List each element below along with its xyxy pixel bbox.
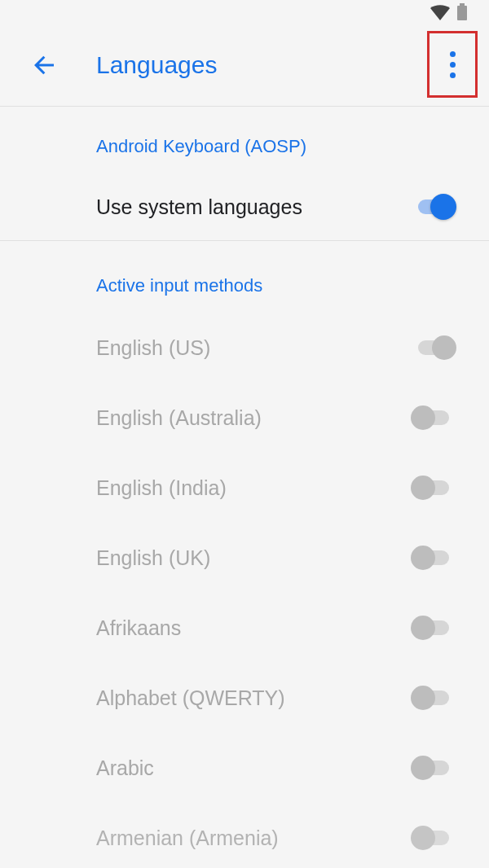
- overflow-highlight: [427, 31, 478, 98]
- language-label: English (UK): [96, 546, 210, 570]
- svg-rect-1: [457, 6, 467, 20]
- language-toggle: [411, 614, 456, 642]
- language-row: English (India): [0, 453, 489, 523]
- overflow-menu-button[interactable]: [450, 51, 456, 78]
- language-label: English (Australia): [96, 406, 262, 430]
- language-label: Arabic: [96, 756, 154, 780]
- use-system-languages-row[interactable]: Use system languages: [0, 173, 489, 240]
- language-row: Alphabet (QWERTY): [0, 663, 489, 733]
- language-row: English (UK): [0, 523, 489, 593]
- language-label: Armenian (Armenia): [96, 826, 279, 850]
- status-bar: [0, 0, 489, 24]
- language-label: Afrikaans: [96, 616, 181, 640]
- use-system-languages-toggle[interactable]: [411, 193, 456, 221]
- language-toggle: [411, 754, 456, 782]
- language-label: English (India): [96, 476, 227, 500]
- language-toggle: [411, 404, 456, 432]
- use-system-languages-label: Use system languages: [96, 195, 302, 219]
- language-toggle: [411, 544, 456, 572]
- language-toggle: [411, 684, 456, 712]
- language-toggle: [411, 824, 456, 852]
- back-button[interactable]: [26, 47, 62, 83]
- page-title: Languages: [96, 51, 217, 79]
- language-label: English (US): [96, 336, 210, 360]
- app-bar: Languages: [0, 24, 489, 106]
- language-toggle: [411, 334, 456, 362]
- language-row: Afrikaans: [0, 593, 489, 663]
- active-input-methods-header: Active input methods: [0, 241, 489, 313]
- wifi-icon: [430, 4, 450, 20]
- language-row: English (US): [0, 313, 489, 383]
- svg-rect-0: [460, 3, 465, 6]
- language-toggle: [411, 474, 456, 502]
- keyboard-section-header: Android Keyboard (AOSP): [0, 107, 489, 173]
- language-row: Arabic: [0, 733, 489, 803]
- content: Android Keyboard (AOSP) Use system langu…: [0, 107, 489, 868]
- language-label: Alphabet (QWERTY): [96, 686, 285, 710]
- language-row: Armenian (Armenia): [0, 803, 489, 868]
- battery-icon: [456, 3, 468, 21]
- language-row: English (Australia): [0, 383, 489, 453]
